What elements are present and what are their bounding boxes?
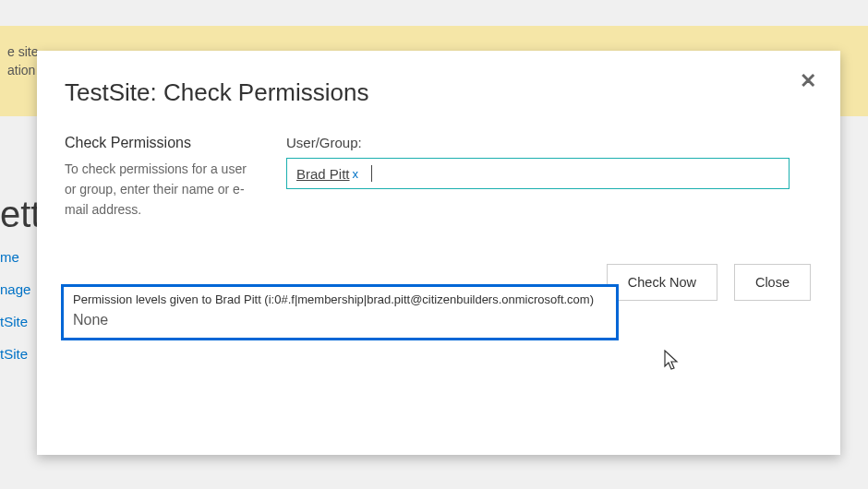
user-group-label: User/Group: (286, 135, 813, 150)
check-now-button[interactable]: Check Now (607, 264, 717, 301)
section-heading: Check Permissions (65, 135, 249, 151)
permission-results-box: Permission levels given to Brad Pitt (i:… (61, 284, 619, 340)
modal-overlay: ✕ TestSite: Check Permissions Check Perm… (0, 0, 868, 489)
dialog-description-column: Check Permissions To check permissions f… (65, 135, 249, 220)
mouse-cursor-icon (664, 350, 681, 372)
section-description: To check permissions for a user or group… (65, 159, 249, 220)
user-group-input[interactable]: Brad Pitt x (286, 158, 790, 189)
check-permissions-dialog: ✕ TestSite: Check Permissions Check Perm… (37, 51, 840, 455)
result-value: None (73, 312, 607, 328)
dialog-content: Check Permissions To check permissions f… (65, 135, 813, 220)
picker-entity[interactable]: Brad Pitt (296, 166, 350, 182)
dialog-title: TestSite: Check Permissions (65, 78, 813, 107)
result-heading: Permission levels given to Brad Pitt (i:… (73, 292, 607, 306)
close-icon[interactable]: ✕ (800, 71, 816, 91)
dialog-form-column: User/Group: Brad Pitt x (286, 135, 813, 220)
text-caret (371, 165, 372, 182)
remove-entity-icon[interactable]: x (353, 167, 359, 181)
close-button[interactable]: Close (734, 264, 811, 301)
